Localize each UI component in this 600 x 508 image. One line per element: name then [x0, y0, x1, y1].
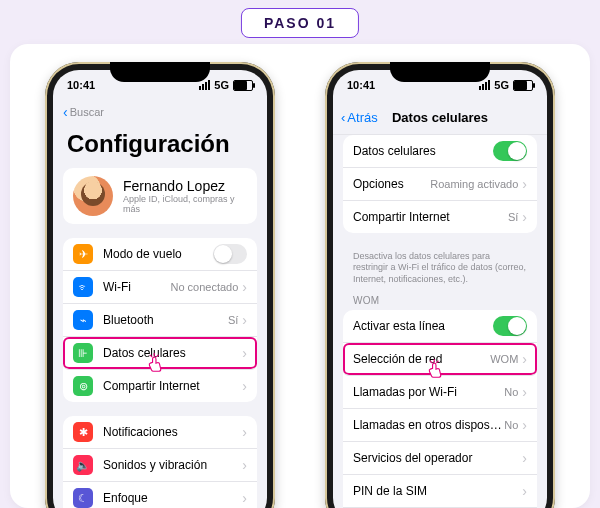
chevron-right-icon: ›	[242, 279, 247, 295]
settings-group-connectivity: ✈Modo de vueloᯤWi-FiNo conectado›⌁Blueto…	[63, 238, 257, 402]
hotspot-icon: ⊚	[73, 376, 93, 396]
chevron-right-icon: ›	[522, 176, 527, 192]
row-label: Opciones	[353, 177, 430, 191]
settings-row[interactable]: OpcionesRoaming activado›	[343, 168, 537, 201]
chevron-right-icon: ›	[522, 209, 527, 225]
profile-row[interactable]: Fernando Lopez Apple ID, iCloud, compras…	[63, 168, 257, 224]
battery-icon	[513, 80, 533, 91]
search-back[interactable]: ‹ Buscar	[53, 100, 267, 124]
search-back-label: Buscar	[70, 106, 104, 118]
settings-row[interactable]: Selección de redWOM›	[343, 343, 537, 376]
row-label: Compartir Internet	[103, 379, 242, 393]
battery-icon	[233, 80, 253, 91]
chevron-right-icon: ›	[242, 490, 247, 506]
chevron-right-icon: ›	[522, 351, 527, 367]
settings-row[interactable]: Activar esta línea	[343, 310, 537, 343]
row-label: Datos celulares	[103, 346, 242, 360]
phone-notch	[390, 62, 490, 82]
settings-row[interactable]: ⊪Datos celulares›	[63, 337, 257, 370]
status-time: 10:41	[347, 79, 375, 91]
chevron-right-icon: ›	[242, 312, 247, 328]
settings-row[interactable]: Datos celulares	[343, 135, 537, 168]
row-value: Roaming activado	[430, 178, 518, 190]
chevron-left-icon: ‹	[341, 110, 345, 125]
instruction-card: 10:41 5G ‹ Buscar Configuración Fernando…	[10, 44, 590, 508]
profile-name: Fernando Lopez	[123, 178, 247, 194]
phone-left-screen: 10:41 5G ‹ Buscar Configuración Fernando…	[53, 70, 267, 508]
network-label: 5G	[494, 79, 509, 91]
row-label: Modo de vuelo	[103, 247, 213, 261]
carrier-section-header: WOM	[333, 295, 547, 310]
cellular-group-carrier: Activar esta líneaSelección de redWOM›Ll…	[343, 310, 537, 508]
speaker-icon: 🔈	[73, 455, 93, 475]
settings-row[interactable]: Servicios del operador›	[343, 442, 537, 475]
settings-row[interactable]: ᯤWi-FiNo conectado›	[63, 271, 257, 304]
row-label: Wi-Fi	[103, 280, 170, 294]
network-label: 5G	[214, 79, 229, 91]
settings-row[interactable]: PIN de la SIM›	[343, 475, 537, 508]
bluetooth-icon: ⌁	[73, 310, 93, 330]
settings-row[interactable]: ⌁BluetoothSí›	[63, 304, 257, 337]
row-value: Sí	[508, 211, 518, 223]
chevron-right-icon: ›	[242, 457, 247, 473]
toggle[interactable]	[493, 141, 527, 161]
chevron-right-icon: ›	[522, 483, 527, 499]
row-label: Notificaciones	[103, 425, 242, 439]
cellular-footnote: Desactiva los datos celulares para restr…	[333, 247, 547, 295]
chevron-right-icon: ›	[522, 384, 527, 400]
wifi-icon: ᯤ	[73, 277, 93, 297]
settings-row[interactable]: ✈Modo de vuelo	[63, 238, 257, 271]
antenna-icon: ⊪	[73, 343, 93, 363]
avatar	[73, 176, 113, 216]
chevron-right-icon: ›	[522, 417, 527, 433]
settings-row[interactable]: ☾Enfoque›	[63, 482, 257, 508]
moon-icon: ☾	[73, 488, 93, 508]
settings-row[interactable]: Compartir InternetSí›	[343, 201, 537, 233]
row-label: Servicios del operador	[353, 451, 522, 465]
cellular-group-main: Datos celularesOpcionesRoaming activado›…	[343, 135, 537, 233]
row-value: No	[504, 419, 518, 431]
settings-row[interactable]: ⊚Compartir Internet›	[63, 370, 257, 402]
profile-sub: Apple ID, iCloud, compras y más	[123, 194, 247, 214]
settings-row[interactable]: ✱Notificaciones›	[63, 416, 257, 449]
row-value: WOM	[490, 353, 518, 365]
row-label: Llamadas en otros dispositivos	[353, 418, 504, 432]
chevron-right-icon: ›	[522, 450, 527, 466]
chevron-right-icon: ›	[242, 345, 247, 361]
settings-row[interactable]: Llamadas por Wi-FiNo›	[343, 376, 537, 409]
row-label: Enfoque	[103, 491, 242, 505]
row-label: Selección de red	[353, 352, 490, 366]
chevron-right-icon: ›	[242, 378, 247, 394]
chevron-left-icon: ‹	[63, 104, 68, 120]
phone-notch	[110, 62, 210, 82]
row-label: Bluetooth	[103, 313, 228, 327]
signal-icon	[479, 80, 490, 90]
bell-icon: ✱	[73, 422, 93, 442]
toggle[interactable]	[213, 244, 247, 264]
page-title: Configuración	[53, 124, 267, 168]
row-label: Llamadas por Wi-Fi	[353, 385, 504, 399]
nav-bar: ‹ Atrás Datos celulares	[333, 100, 547, 135]
row-label: Datos celulares	[353, 144, 493, 158]
row-value: Sí	[228, 314, 238, 326]
back-label: Atrás	[347, 110, 377, 125]
row-value: No conectado	[170, 281, 238, 293]
phone-left: 10:41 5G ‹ Buscar Configuración Fernando…	[45, 62, 275, 508]
row-label: Compartir Internet	[353, 210, 508, 224]
row-value: No	[504, 386, 518, 398]
settings-group-notifications: ✱Notificaciones›🔈Sonidos y vibración›☾En…	[63, 416, 257, 508]
settings-row[interactable]: Llamadas en otros dispositivosNo›	[343, 409, 537, 442]
signal-icon	[199, 80, 210, 90]
row-label: Activar esta línea	[353, 319, 493, 333]
settings-row[interactable]: 🔈Sonidos y vibración›	[63, 449, 257, 482]
toggle[interactable]	[493, 316, 527, 336]
chevron-right-icon: ›	[242, 424, 247, 440]
row-label: Sonidos y vibración	[103, 458, 242, 472]
back-button[interactable]: ‹ Atrás	[341, 110, 378, 125]
phone-right: 10:41 5G ‹ Atrás Datos celulares Datos c…	[325, 62, 555, 508]
phone-right-screen: 10:41 5G ‹ Atrás Datos celulares Datos c…	[333, 70, 547, 508]
step-badge: PASO 01	[241, 8, 359, 38]
row-label: PIN de la SIM	[353, 484, 522, 498]
status-time: 10:41	[67, 79, 95, 91]
nav-title: Datos celulares	[392, 110, 488, 125]
